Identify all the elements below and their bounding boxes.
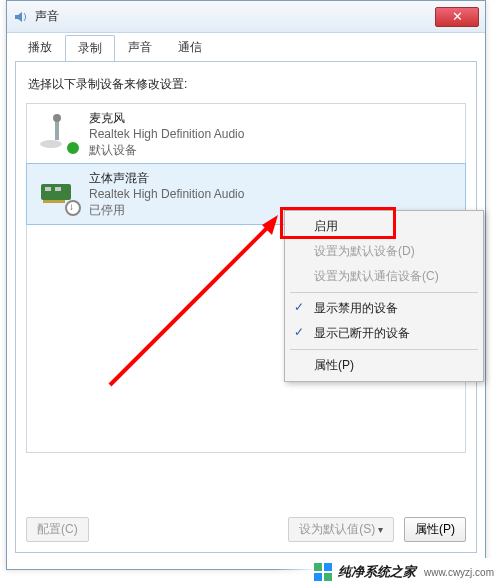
device-driver: Realtek High Definition Audio [89, 186, 244, 202]
watermark-text: 纯净系统之家 [338, 563, 416, 581]
svg-rect-3 [41, 184, 71, 200]
device-name: 立体声混音 [89, 170, 244, 186]
dialog-button-row: 配置(C) 设为默认值(S) 属性(P) [26, 517, 466, 542]
titlebar[interactable]: 声音 ✕ [7, 1, 485, 33]
disabled-badge-icon [65, 200, 81, 216]
device-item-microphone[interactable]: 麦克风 Realtek High Definition Audio 默认设备 [27, 104, 465, 164]
svg-point-2 [53, 114, 61, 122]
menu-separator [290, 349, 478, 350]
svg-rect-11 [314, 573, 322, 581]
menu-set-default-comm: 设置为默认通信设备(C) [288, 264, 480, 289]
close-button[interactable]: ✕ [435, 7, 479, 27]
set-default-button: 设为默认值(S) [288, 517, 394, 542]
tab-sounds[interactable]: 声音 [115, 34, 165, 61]
configure-button: 配置(C) [26, 517, 89, 542]
microphone-icon [35, 110, 79, 154]
properties-button[interactable]: 属性(P) [404, 517, 466, 542]
device-status: 已停用 [89, 202, 244, 218]
device-info: 麦克风 Realtek High Definition Audio 默认设备 [89, 110, 244, 158]
device-name: 麦克风 [89, 110, 244, 126]
device-info: 立体声混音 Realtek High Definition Audio 已停用 [89, 170, 244, 218]
ok-badge-icon [65, 140, 81, 156]
menu-set-default: 设置为默认设备(D) [288, 239, 480, 264]
watermark-url: www.cwyzj.com [424, 567, 494, 578]
soundcard-icon [35, 170, 79, 214]
svg-rect-4 [45, 187, 51, 191]
tab-playback[interactable]: 播放 [15, 34, 65, 61]
tabstrip: 播放 录制 声音 通信 [7, 33, 485, 61]
window-title: 声音 [35, 8, 435, 25]
menu-show-disabled[interactable]: 显示禁用的设备 [288, 296, 480, 321]
watermark: 纯净系统之家 www.cwyzj.com [274, 558, 500, 586]
menu-separator [290, 292, 478, 293]
watermark-logo-icon [314, 563, 332, 581]
svg-rect-10 [324, 563, 332, 571]
tab-communications[interactable]: 通信 [165, 34, 215, 61]
speaker-icon [13, 9, 29, 25]
tab-recording[interactable]: 录制 [65, 35, 115, 62]
svg-rect-12 [324, 573, 332, 581]
svg-rect-5 [55, 187, 61, 191]
menu-show-disconnected[interactable]: 显示已断开的设备 [288, 321, 480, 346]
menu-properties[interactable]: 属性(P) [288, 353, 480, 378]
svg-rect-6 [43, 200, 65, 203]
svg-point-0 [40, 140, 62, 148]
menu-enable[interactable]: 启用 [288, 214, 480, 239]
context-menu: 启用 设置为默认设备(D) 设置为默认通信设备(C) 显示禁用的设备 显示已断开… [284, 210, 484, 382]
device-status: 默认设备 [89, 142, 244, 158]
instruction-text: 选择以下录制设备来修改设置: [28, 76, 466, 93]
device-driver: Realtek High Definition Audio [89, 126, 244, 142]
svg-rect-9 [314, 563, 322, 571]
